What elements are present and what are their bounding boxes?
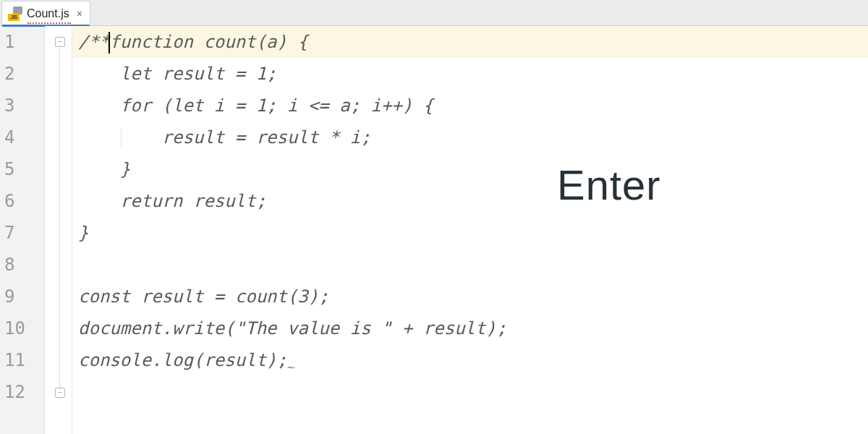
code-line[interactable]: const result = count(3); bbox=[72, 281, 868, 312]
line-number: 11 bbox=[0, 344, 44, 376]
spellcheck-underline-icon bbox=[27, 22, 71, 24]
fold-gutter: − − bbox=[45, 26, 72, 434]
code-line[interactable] bbox=[72, 376, 868, 408]
code-line[interactable]: for (let i = 1; i <= a; i++) { bbox=[72, 90, 868, 122]
code-line[interactable]: /**function count(a) { bbox=[72, 26, 868, 58]
tab-filename: Count.js bbox=[27, 7, 69, 20]
line-number: 10 bbox=[0, 312, 44, 344]
close-tab-icon[interactable]: × bbox=[77, 8, 82, 20]
code-editor[interactable]: /**function count(a) { let result = 1; f… bbox=[72, 26, 868, 434]
code-line[interactable]: return result; bbox=[72, 185, 868, 217]
line-number: 8 bbox=[0, 249, 44, 281]
line-number: 5 bbox=[0, 153, 44, 185]
line-number: 3 bbox=[0, 90, 44, 122]
line-number: 12 bbox=[0, 376, 44, 408]
line-number: 9 bbox=[0, 281, 44, 312]
line-number-gutter: 1 2 3 4 5 6 7 8 9 10 11 12 bbox=[0, 26, 45, 434]
code-line[interactable]: document.write("The value is " + result)… bbox=[72, 312, 868, 344]
fold-end-icon[interactable]: − bbox=[55, 388, 65, 398]
code-line[interactable]: let result = 1; bbox=[72, 58, 868, 90]
code-line[interactable]: } bbox=[72, 217, 868, 249]
key-hint-overlay: Enter bbox=[557, 161, 661, 209]
line-number: 6 bbox=[0, 185, 44, 217]
line-number: 1 bbox=[0, 26, 44, 58]
code-line[interactable]: } bbox=[72, 153, 868, 185]
editor-area: 1 2 3 4 5 6 7 8 9 10 11 12 − − /**functi… bbox=[0, 26, 868, 434]
indent-guide-icon bbox=[121, 127, 122, 149]
fold-guide-line bbox=[59, 48, 60, 388]
line-number: 2 bbox=[0, 58, 44, 90]
fold-toggle-icon[interactable]: − bbox=[55, 37, 65, 47]
javascript-file-icon: JS bbox=[8, 7, 22, 21]
code-line[interactable]: console.log(result);~ bbox=[72, 344, 868, 376]
text-caret-icon bbox=[109, 32, 110, 54]
tab-bar: JS Count.js × bbox=[0, 0, 868, 26]
file-tab-count-js[interactable]: JS Count.js × bbox=[1, 1, 90, 25]
line-number: 7 bbox=[0, 217, 44, 249]
line-number: 4 bbox=[0, 122, 44, 153]
code-line[interactable] bbox=[72, 249, 868, 281]
code-line[interactable]: result = result * i; bbox=[72, 122, 868, 153]
squiggle-icon: ~ bbox=[287, 352, 295, 383]
